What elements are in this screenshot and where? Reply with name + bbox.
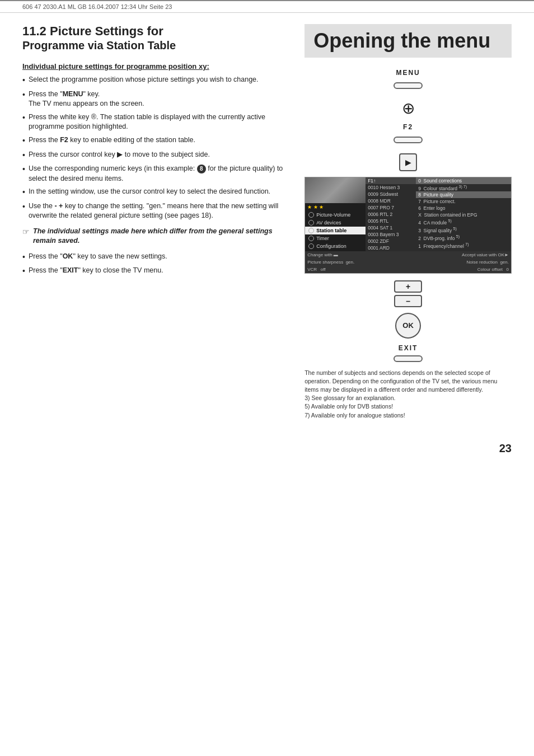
- f2-label: F2: [403, 123, 413, 131]
- menu-icon: [308, 236, 314, 241]
- list-item: Press the cursor control key ▶ to move t…: [22, 150, 288, 161]
- channel-row: 0004 SAT 1: [366, 224, 416, 231]
- tv-stars: ★ ★ ★: [305, 203, 366, 211]
- tv-option-item: 7 Picture correct.: [416, 198, 511, 205]
- menu-label: MENU: [396, 69, 420, 77]
- right-column: Opening the menu MENU ⊕ F2 ▶: [299, 24, 512, 420]
- tv-row-main: ★ ★ ★ Picture-Volume AV devices Station …: [305, 177, 511, 251]
- channel-row: 0006 RTL 2: [366, 211, 416, 218]
- note-text: The individual settings made here which …: [33, 227, 288, 246]
- note-box: ☞ The individual settings made here whic…: [22, 227, 288, 246]
- list-item: Press the "MENU" key.The TV menu appears…: [22, 90, 288, 109]
- tv-footer-1: Change with ▬ Accept value with OK►: [305, 251, 511, 259]
- ok-button[interactable]: OK: [395, 313, 421, 339]
- tv-option-item: 0 Sound corrections: [416, 177, 511, 184]
- footer-accept: Accept value with OK►: [462, 252, 509, 257]
- tv-menu-screenshot: ★ ★ ★ Picture-Volume AV devices Station …: [305, 177, 512, 274]
- footer-sharpness: Picture sharpness gen.: [307, 260, 354, 265]
- tv-option-item: 2 DVB-prog. info 5): [416, 234, 511, 242]
- list-item: Press the "EXIT" key to close the TV men…: [22, 266, 288, 277]
- tv-channel-list: F1↑ 0010 Hessen 3 0009 Südwest 0008 MDR …: [366, 177, 416, 251]
- list-item: Press the F2 key to enable editing of th…: [22, 135, 288, 147]
- tv-menu-item-configuration[interactable]: Configuration: [305, 242, 366, 250]
- exit-label: EXIT: [399, 344, 418, 352]
- list-item: In the setting window, use the cursor co…: [22, 187, 288, 198]
- channel-row: 0001 ARD: [366, 245, 416, 251]
- page-number: 23: [0, 436, 534, 466]
- tv-option-item: 4 CA module 5): [416, 218, 511, 226]
- channel-row: 0008 MDR: [366, 198, 416, 204]
- remote-symbol-area: ⊕: [305, 99, 512, 118]
- list-item: Use the corresponding numeric keys (in t…: [22, 164, 288, 184]
- tv-option-item: 1 Frequency/channel 7): [416, 242, 511, 250]
- exit-button[interactable]: [394, 355, 423, 362]
- channel-row: 0007 PRO 7: [366, 204, 416, 211]
- page-number-value: 23: [499, 442, 512, 454]
- tv-options-list: 0 Sound corrections 9 Colour standard 3)…: [416, 177, 511, 251]
- tv-menu-item-station-table[interactable]: Station table: [305, 227, 366, 234]
- arrow-right-button[interactable]: ▶: [399, 153, 417, 171]
- plus-minus-area: + –: [305, 280, 512, 307]
- footer-vcr: VCR off: [307, 267, 325, 272]
- note-icon: ☞: [22, 227, 30, 238]
- tv-thumbnail: [305, 177, 366, 203]
- tv-option-item: 9 Colour standard 3) 7): [416, 184, 511, 192]
- tv-footer-3: VCR off Colour offset 0: [305, 266, 511, 273]
- list-item: Select the programme position whose pict…: [22, 75, 288, 86]
- tv-menu-item-picture-volume[interactable]: Picture-Volume: [305, 211, 366, 219]
- tv-option-item: 8 Picture quality: [416, 191, 511, 198]
- plus-button[interactable]: +: [394, 280, 422, 293]
- channel-row: 0002 ZDF: [366, 238, 416, 245]
- tv-menu-item-av-devices[interactable]: AV devices: [305, 219, 366, 227]
- header-strip: 606 47 2030.A1 ML GB 16.04.2007 12:34 Uh…: [0, 0, 534, 13]
- channel-row: 0003 Bayern 3: [366, 231, 416, 238]
- remote-symbol: ⊕: [402, 100, 415, 117]
- section-title: 11.2 Picture Settings for Programme via …: [22, 24, 288, 52]
- footer-noise: Noise reduction gen.: [466, 260, 509, 265]
- channel-row: 0009 Südwest: [366, 191, 416, 198]
- menu-icon: [308, 212, 314, 218]
- ok-area: OK: [305, 313, 512, 339]
- f2-button[interactable]: [394, 137, 423, 143]
- menu-icon: [308, 243, 314, 249]
- menu-icon: [308, 228, 314, 233]
- footer-colour: Colour offset 0: [477, 267, 509, 272]
- channel-header: F1↑: [366, 177, 416, 184]
- section-title-line1: Picture Settings for: [50, 24, 163, 38]
- opening-menu-title: Opening the menu: [305, 24, 512, 58]
- subsection-heading: Individual picture settings for programm…: [22, 62, 288, 71]
- left-column: 11.2 Picture Settings for Programme via …: [22, 24, 299, 420]
- exit-area: EXIT: [305, 344, 512, 363]
- tv-option-item: 3 Signal quality 5): [416, 226, 511, 234]
- page-container: 606 47 2030.A1 ML GB 16.04.2007 12:34 Uh…: [0, 0, 534, 756]
- bullet-list-2: Press the "OK" key to save the new setti…: [22, 252, 288, 277]
- minus-button[interactable]: –: [394, 295, 422, 307]
- footnote-text: The number of subjects and sections depe…: [305, 369, 512, 420]
- list-item: Use the - + key to change the setting. "…: [22, 201, 288, 221]
- channel-row: 0005 RTL: [366, 218, 416, 224]
- main-content: 11.2 Picture Settings for Programme via …: [0, 13, 534, 436]
- tv-footer-2: Picture sharpness gen. Noise reduction g…: [305, 259, 511, 266]
- tv-left-panel: ★ ★ ★ Picture-Volume AV devices Station …: [305, 177, 366, 251]
- section-number: 11.2: [22, 24, 46, 38]
- section-title-line2: Programme via Station Table: [22, 39, 288, 52]
- header-text: 606 47 2030.A1 ML GB 16.04.2007 12:34 Uh…: [22, 3, 172, 10]
- menu-button[interactable]: [394, 82, 423, 89]
- channel-row: 0010 Hessen 3: [366, 184, 416, 191]
- list-item: Press the "OK" key to save the new setti…: [22, 252, 288, 263]
- tv-left-menu: Picture-Volume AV devices Station table …: [305, 211, 366, 250]
- tv-option-item: X Station contained in EPG: [416, 212, 511, 218]
- tv-option-item: 6 Enter logo: [416, 205, 511, 212]
- menu-icon: [308, 220, 314, 226]
- arrow-area: ▶: [305, 153, 512, 171]
- list-item: Press the white key ®. The station table…: [22, 112, 288, 132]
- remote-menu-area: MENU: [305, 69, 512, 90]
- remote-f2-area: F2: [305, 123, 512, 144]
- bullet-list: Select the programme position whose pict…: [22, 75, 288, 220]
- tv-menu-item-timer[interactable]: Timer: [305, 234, 366, 242]
- footer-change: Change with ▬: [307, 252, 338, 257]
